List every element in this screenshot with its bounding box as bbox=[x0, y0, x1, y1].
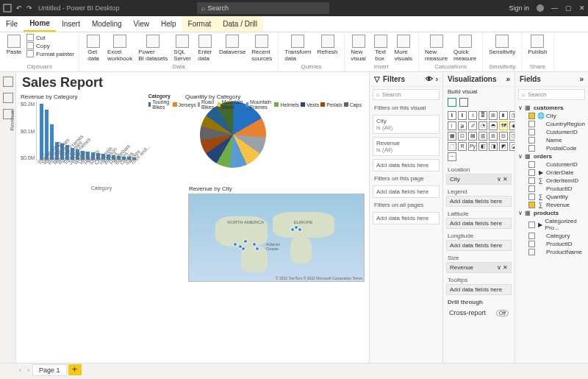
field-ProductID[interactable]: ProductID bbox=[518, 240, 585, 248]
table-customers[interactable]: ∨▦customers bbox=[518, 104, 585, 112]
tab-modeling[interactable]: Modeling bbox=[86, 16, 128, 32]
tab-insert[interactable]: Insert bbox=[56, 16, 86, 32]
field-City[interactable]: 🌐City bbox=[518, 112, 585, 120]
latitude-well[interactable]: Add data fields here bbox=[446, 218, 512, 229]
tab-view[interactable]: View bbox=[128, 16, 156, 32]
map-bubble[interactable] bbox=[252, 242, 257, 247]
format-visual-icon[interactable] bbox=[459, 98, 468, 107]
excel-workbook-button[interactable]: Excelworkbook bbox=[106, 34, 134, 63]
viz-type-icon[interactable]: ⫻ bbox=[468, 121, 477, 130]
recent-sources-button[interactable]: Recentsources bbox=[250, 34, 273, 63]
signin-link[interactable]: Sign in bbox=[509, 4, 529, 12]
dataverse-button[interactable]: Dataverse bbox=[218, 34, 247, 56]
undo-icon[interactable]: ↶ bbox=[16, 4, 22, 12]
map-bubble[interactable] bbox=[233, 242, 237, 247]
cut-button[interactable]: Cut bbox=[26, 34, 74, 41]
chevron-right-icon[interactable]: » bbox=[506, 75, 510, 83]
get-data-button[interactable]: Getdata bbox=[84, 34, 103, 63]
viz-type-icon[interactable]: ⬚ bbox=[448, 142, 456, 151]
viz-type-icon[interactable]: ≣ bbox=[478, 111, 487, 120]
longitude-well[interactable]: Add data fields here bbox=[446, 240, 512, 251]
format-painter-button[interactable]: Format painter bbox=[26, 50, 74, 57]
transform-data-button[interactable]: Transformdata bbox=[283, 34, 312, 63]
page-tab[interactable]: Page 1 bbox=[32, 364, 67, 376]
text-box-button[interactable]: Textbox bbox=[371, 34, 390, 63]
titlebar-search[interactable]: ⌕ Search bbox=[197, 2, 329, 14]
legend-well[interactable]: Add data fields here bbox=[446, 196, 512, 207]
tab-format[interactable]: Format bbox=[182, 16, 218, 32]
sql-server-button[interactable]: SQLServer bbox=[172, 34, 193, 63]
filters-search[interactable]: ⌕Search bbox=[373, 89, 440, 100]
viz-type-icon[interactable]: ⫼ bbox=[499, 111, 508, 120]
filter-card-revenue[interactable]: Revenueis (All) bbox=[373, 137, 440, 156]
field-OrderDate[interactable]: ▶OrderDate bbox=[518, 169, 585, 177]
filter-card-city[interactable]: Cityis (All) bbox=[373, 115, 440, 134]
viz-type-icon[interactable]: 🗺 bbox=[499, 121, 508, 130]
cross-report-toggle[interactable]: Off bbox=[496, 310, 509, 316]
paste-button[interactable]: Paste bbox=[4, 34, 24, 56]
viz-type-icon[interactable]: ⫴ bbox=[468, 111, 477, 120]
tooltips-well[interactable]: Add data fields here bbox=[446, 284, 512, 295]
viz-type-icon[interactable]: Py bbox=[468, 142, 477, 151]
field-ProductName[interactable]: ProductName bbox=[518, 248, 585, 256]
field-Revenue[interactable]: ∑Revenue bbox=[518, 201, 585, 209]
viz-type-icon[interactable]: ▥ bbox=[478, 132, 487, 141]
location-well[interactable]: City∨ ✕ bbox=[446, 174, 512, 185]
viz-type-icon[interactable]: ⋯ bbox=[448, 152, 456, 161]
field-Categorized Pro...[interactable]: ▶Categorized Pro... bbox=[518, 217, 585, 232]
field-OrderItemID[interactable]: ∑OrderItemID bbox=[518, 177, 585, 185]
next-page-icon[interactable]: › bbox=[24, 366, 32, 374]
viz-type-icon[interactable]: ◔ bbox=[478, 121, 487, 130]
publish-button[interactable]: Publish bbox=[526, 34, 548, 56]
field-PostalCode[interactable]: PostalCode bbox=[518, 144, 585, 152]
viz-type-icon[interactable]: ⊟ bbox=[499, 132, 508, 141]
prev-page-icon[interactable]: ‹ bbox=[16, 366, 24, 374]
maximize-icon[interactable]: ▢ bbox=[565, 4, 572, 12]
viz-type-icon[interactable]: ⫶ bbox=[448, 121, 456, 130]
viz-type-icon[interactable]: ⫿ bbox=[448, 111, 456, 120]
table-orders[interactable]: ∨▦orders bbox=[518, 152, 585, 160]
add-all-filter[interactable]: Add data fields here bbox=[373, 212, 440, 224]
sensitivity-button[interactable]: Sensitivity bbox=[487, 34, 517, 56]
viz-type-icon[interactable]: R bbox=[458, 142, 467, 151]
power-bi-datasets-button[interactable]: PowerBI datasets bbox=[137, 34, 169, 63]
data-view-icon[interactable] bbox=[3, 93, 13, 103]
more-visuals-button[interactable]: Morevisuals bbox=[393, 34, 414, 63]
build-visual-icon[interactable] bbox=[448, 98, 456, 107]
tab-data-drill[interactable]: Data / Drill bbox=[217, 16, 263, 32]
viz-type-icon[interactable]: ◓ bbox=[489, 121, 498, 130]
viz-type-icon[interactable]: ⫿ bbox=[458, 111, 467, 120]
add-page-button[interactable]: + bbox=[68, 364, 82, 375]
viz-type-icon[interactable]: ⊡ bbox=[458, 132, 467, 141]
tab-file[interactable]: File bbox=[0, 16, 24, 32]
size-well[interactable]: Revenue∨ ✕ bbox=[446, 262, 512, 273]
viz-type-icon[interactable]: ◨ bbox=[489, 142, 498, 151]
viz-type-icon[interactable]: ▤ bbox=[468, 132, 477, 141]
viz-type-icon[interactable]: ◩ bbox=[499, 142, 508, 151]
fields-search[interactable]: ⌕Search bbox=[518, 89, 585, 100]
field-Category[interactable]: Category bbox=[518, 232, 585, 240]
copy-button[interactable]: Copy bbox=[26, 42, 74, 49]
pie-chart-visual[interactable]: Quantity by Category Category Touring Bi… bbox=[185, 93, 362, 191]
enter-data-button[interactable]: Enterdata bbox=[196, 34, 215, 63]
redo-icon[interactable]: ↷ bbox=[26, 4, 32, 12]
report-canvas[interactable]: Sales Report Revenue by Category $0.2M$0… bbox=[16, 72, 369, 363]
report-view-icon[interactable] bbox=[3, 77, 13, 87]
field-Quantity[interactable]: ∑Quantity bbox=[518, 193, 585, 201]
chevron-right-icon[interactable]: » bbox=[579, 75, 584, 83]
viz-type-icon[interactable]: ⫺ bbox=[458, 121, 467, 130]
map-bubble[interactable] bbox=[298, 227, 302, 232]
viz-type-icon[interactable]: ⊞ bbox=[489, 132, 498, 141]
add-page-filter[interactable]: Add data fields here bbox=[373, 185, 440, 198]
refresh-button[interactable]: Refresh bbox=[316, 34, 340, 56]
table-products[interactable]: ∨▦products bbox=[518, 209, 585, 217]
add-visual-filter[interactable]: Add data fields here bbox=[373, 159, 440, 171]
new-visual-button[interactable]: Newvisual bbox=[349, 34, 368, 63]
user-avatar[interactable] bbox=[537, 4, 544, 12]
bar[interactable] bbox=[40, 104, 43, 160]
quick-measure-button[interactable]: Quickmeasure bbox=[452, 34, 478, 63]
chevron-right-icon[interactable]: › bbox=[436, 75, 438, 83]
field-CustomerID[interactable]: CustomerID bbox=[518, 160, 585, 169]
map-visual[interactable]: Revenue by City NORTH AMERICA EUROPE Atl… bbox=[188, 194, 365, 282]
field-CustomerID[interactable]: CustomerID bbox=[518, 128, 585, 136]
